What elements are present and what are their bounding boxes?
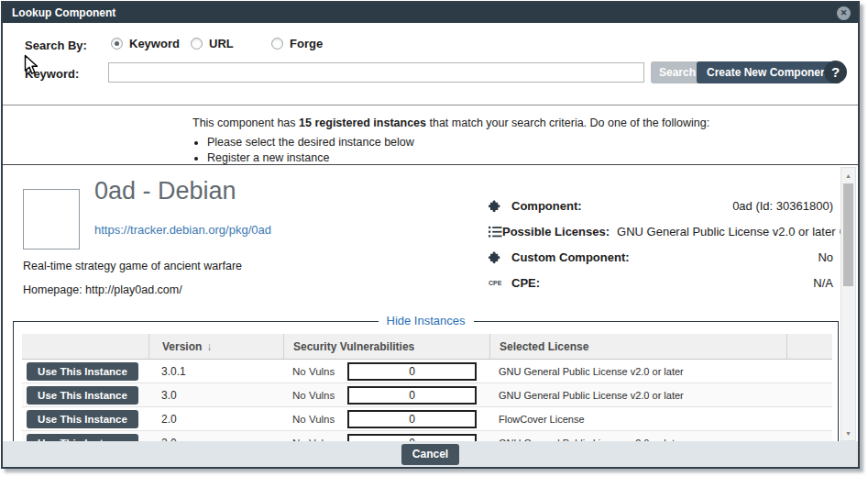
vertical-scrollbar[interactable]: ▲ ▼ [841,167,856,441]
cpe-icon: CPE [489,280,511,286]
component-description: Real-time strategy game of ancient warfa… [23,260,242,272]
radio-forge-label: Forge [290,37,323,50]
instances-table: Version↓ Security Vulnerabilities Select… [22,334,832,447]
table-header: Version↓ Security Vulnerabilities Select… [22,334,832,360]
component-details: Component: 0ad (Id: 30361800) Possible L… [489,193,833,295]
notice-bullets: Please select the desired instance below… [193,136,858,164]
search-by-label: Search By: [25,39,87,52]
radio-option-2[interactable]: Forge [271,37,323,50]
notice-prefix: This component has [192,116,299,129]
detail-row-cpe: CPE CPE: N/A [489,270,833,295]
list-icon [489,225,502,238]
component-panel: 0ad - Debian https://tracker.debian.org/… [3,165,858,447]
license-cell: GNU General Public License v2.0 or later [489,390,786,401]
detail-label: Possible Licenses: [502,225,610,238]
use-this-instance-button[interactable]: Use This Instance [27,362,138,381]
radio-option-1[interactable]: URL [191,37,234,50]
detail-value: N/A [813,276,833,290]
keyword-input[interactable] [108,62,644,83]
component-homepage: Homepage: http://play0ad.com/ [23,283,182,296]
vulns-cell: No Vulns 0 [283,362,489,381]
notice-suffix: that match your search criteria. Do one … [426,116,709,129]
radio-forge-icon[interactable] [271,38,283,50]
lookup-component-dialog: Lookup Component ✕ Search By: Keyword UR… [1,1,860,469]
detail-value: No [818,250,833,264]
cancel-button[interactable]: Cancel [401,444,459,465]
scroll-down-icon[interactable]: ▼ [841,427,855,439]
version-cell: 3.0 [148,389,283,402]
dialog-title: Lookup Component [10,6,115,19]
version-cell: 2.0 [148,413,283,426]
close-icon[interactable]: ✕ [837,6,851,20]
table-row: Use This Instance 3.0.1 No Vulns 0 GNU G… [22,360,832,383]
sort-down-icon: ↓ [206,340,212,353]
detail-value: 0ad (Id: 30361800) [732,199,833,213]
vulns-cell: No Vulns 0 [283,386,489,405]
vuln-count-box: 0 [347,386,477,405]
create-new-component-button[interactable]: Create New Component [697,61,841,83]
dialog-footer: Cancel [3,441,858,467]
vuln-count-box: 0 [347,362,477,381]
license-cell: GNU General Public License v2.0 or later [489,366,786,377]
header-actions [22,334,148,359]
header-extra [786,334,832,359]
scrollbar-thumb[interactable] [843,183,853,286]
notice-count: 15 registered instances [299,116,426,129]
puzzle-icon [489,250,511,264]
use-this-instance-button[interactable]: Use This Instance [27,386,138,405]
vuln-count-box: 0 [347,410,477,428]
radio-url-icon[interactable] [191,38,203,50]
detail-label: CPE: [511,276,540,290]
instances-panel: Hide Instances Version↓ Security Vulnera… [13,321,839,447]
radio-keyword-icon[interactable] [111,38,123,50]
header-vulnerabilities[interactable]: Security Vulnerabilities [283,334,489,359]
hide-instances-link[interactable]: Hide Instances [379,314,474,327]
detail-label: Custom Component: [511,250,630,264]
vulns-label: No Vulns [283,414,347,425]
vulns-label: No Vulns [283,390,347,401]
puzzle-icon [489,199,511,213]
notice-bullet: Register a new instance [207,151,858,164]
detail-row-component: Component: 0ad (Id: 30361800) [489,193,833,218]
detail-row-custom: Custom Component: No [489,244,833,270]
license-value: GNU General Public License v2.0 or later [617,225,835,238]
detail-value: GNU General Public License v2.0 or later… [617,225,851,238]
radio-url-label: URL [209,37,234,50]
component-url-link[interactable]: https://tracker.debian.org/pkg/0ad [94,223,271,237]
vulns-cell: No Vulns 0 [283,410,489,428]
notice-section: This component has 15 registered instanc… [3,105,858,165]
table-row: Use This Instance 2.0 No Vulns 0 FlowCov… [22,407,832,431]
use-this-instance-button[interactable]: Use This Instance [27,410,138,428]
radio-option-0[interactable]: Keyword [111,37,180,50]
scroll-up-icon[interactable]: ▲ [841,169,855,182]
keyword-label: Keyword: [25,67,79,81]
notice-bullet: Please select the desired instance below [207,136,858,149]
help-icon[interactable]: ? [824,61,847,83]
version-cell: 3.0.1 [148,365,283,378]
license-cell: FlowCover License [489,414,786,425]
component-image-placeholder [23,189,80,250]
vulns-label: No Vulns [283,366,347,377]
search-section: Search By: Keyword URL Forge Keyword: Se… [3,23,858,105]
dialog-titlebar: Lookup Component ✕ [3,3,858,23]
radio-keyword-label: Keyword [129,37,180,50]
notice-text: This component has 15 registered instanc… [192,116,858,129]
header-license[interactable]: Selected License [489,334,786,359]
detail-label: Component: [511,199,582,213]
component-title: 0ad - Debian [94,177,236,205]
table-row: Use This Instance 3.0 No Vulns 0 GNU Gen… [22,383,832,407]
detail-row-licenses: Possible Licenses: GNU General Public Li… [489,218,833,244]
header-version[interactable]: Version↓ [148,334,283,359]
screen: Lookup Component ✕ Search By: Keyword UR… [0,0,868,477]
